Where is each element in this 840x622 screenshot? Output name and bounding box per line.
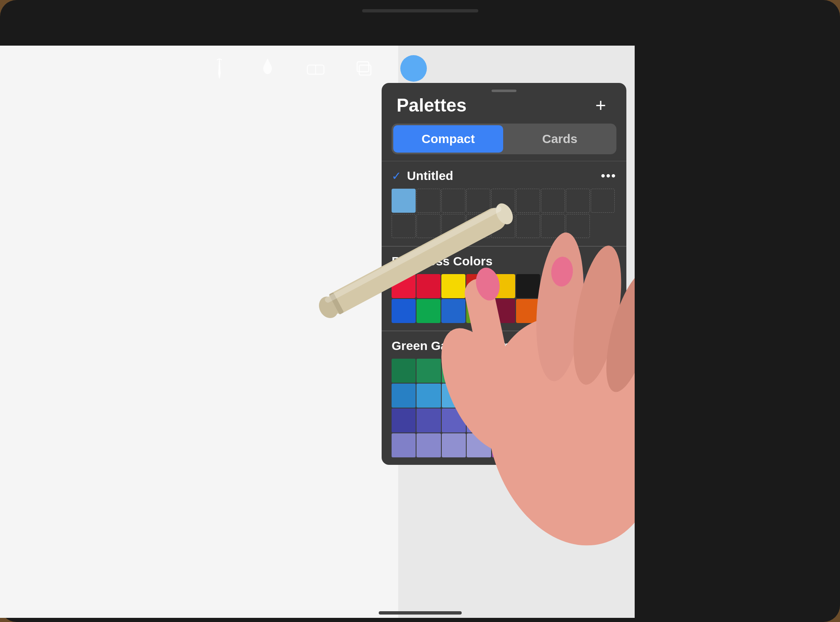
layers-icon[interactable] [352, 57, 375, 80]
swatch-lightgrey[interactable] [566, 299, 590, 323]
galaxy-swatch[interactable] [492, 408, 516, 432]
swatch-empty[interactable] [491, 214, 515, 238]
galaxy-swatch[interactable] [467, 408, 491, 432]
galaxy-swatch[interactable] [542, 433, 566, 457]
bob-ross-palette-name: Bob Ross Colors [392, 254, 492, 268]
galaxy-swatch[interactable] [467, 433, 491, 457]
color-circle-icon[interactable] [400, 55, 427, 82]
galaxy-row-1 [392, 359, 616, 383]
galaxy-swatch[interactable] [442, 359, 466, 383]
swatch-empty[interactable] [416, 214, 441, 238]
cards-tab[interactable]: Cards [505, 125, 615, 153]
swatch-empty[interactable] [516, 189, 540, 213]
swatch-empty[interactable] [441, 189, 465, 213]
swatch-blue[interactable] [392, 189, 416, 213]
galaxy-row-4 [392, 433, 616, 457]
swatch-green1[interactable] [416, 299, 441, 323]
galaxy-swatch[interactable] [392, 433, 416, 457]
canvas-area[interactable] [0, 46, 398, 618]
galaxy-swatch[interactable] [517, 433, 541, 457]
galaxy-swatch[interactable] [416, 359, 441, 383]
untitled-swatches [392, 189, 616, 238]
swatch-green2[interactable] [466, 299, 490, 323]
galaxy-swatch[interactable] [416, 433, 441, 457]
galaxy-swatch[interactable] [517, 384, 541, 408]
smudge-icon[interactable] [256, 57, 279, 80]
galaxy-swatch[interactable] [392, 408, 416, 432]
galaxy-swatch[interactable] [392, 384, 416, 408]
bob-ross-row-2 [392, 299, 616, 323]
galaxy-swatch[interactable] [467, 384, 491, 408]
galaxy-swatch[interactable] [442, 433, 466, 457]
galaxy-swatch[interactable] [492, 384, 516, 408]
palettes-panel: Palettes + Compact Cards ✓ Untitled ••• [382, 83, 626, 465]
galaxy-swatch[interactable] [492, 433, 516, 457]
swatch-empty[interactable] [591, 189, 615, 213]
galaxy-swatch[interactable] [492, 359, 516, 383]
galaxy-swatch[interactable] [416, 408, 441, 432]
swatch-empty[interactable] [466, 214, 490, 238]
galaxy-swatch[interactable] [592, 433, 616, 457]
panel-title: Palettes [397, 95, 467, 116]
bob-ross-row-1 [392, 274, 616, 298]
panel-arrow [593, 83, 608, 84]
swatch-red2[interactable] [416, 274, 441, 298]
eraser-icon[interactable] [304, 57, 327, 80]
swatch-empty[interactable] [516, 214, 540, 238]
swatch-orange[interactable] [516, 299, 540, 323]
green-galaxy-more-button[interactable]: ••• [601, 339, 616, 353]
bob-ross-palette-section: Bob Ross Colors [382, 246, 626, 330]
swatch-empty[interactable] [541, 214, 565, 238]
screen: Palettes + Compact Cards ✓ Untitled ••• [0, 46, 635, 618]
galaxy-swatch[interactable] [567, 384, 591, 408]
galaxy-swatch[interactable] [542, 408, 566, 432]
swatch-blue2[interactable] [441, 299, 465, 323]
swatch-maroon[interactable] [491, 299, 515, 323]
swatch-charcoal[interactable] [566, 274, 590, 298]
galaxy-swatch[interactable] [592, 384, 616, 408]
add-palette-button[interactable]: + [590, 95, 611, 116]
swatch-darkgrey[interactable] [541, 274, 565, 298]
swatch-white[interactable] [541, 299, 565, 323]
compact-tab[interactable]: Compact [393, 125, 503, 153]
swatch-black[interactable] [516, 274, 540, 298]
green-galaxy-palette-name: Green Galaxy Colors Palette [392, 339, 559, 353]
swatch-yellow2[interactable] [491, 274, 515, 298]
swatch-empty[interactable] [491, 189, 515, 213]
swatch-empty[interactable] [466, 189, 490, 213]
galaxy-swatch[interactable] [467, 359, 491, 383]
swatch-empty[interactable] [416, 189, 441, 213]
untitled-palette-name: Untitled [407, 169, 453, 183]
galaxy-row-3 [392, 408, 616, 432]
galaxy-swatch[interactable] [592, 408, 616, 432]
swatch-red3[interactable] [466, 274, 490, 298]
swatch-empty[interactable] [392, 214, 416, 238]
galaxy-swatch[interactable] [567, 433, 591, 457]
galaxy-swatch[interactable] [517, 408, 541, 432]
swatch-empty[interactable] [441, 214, 465, 238]
swatch-empty[interactable] [541, 189, 565, 213]
galaxy-swatch[interactable] [542, 384, 566, 408]
swatch-blue1[interactable] [392, 299, 416, 323]
galaxy-swatch[interactable] [392, 359, 416, 383]
swatch-empty[interactable] [566, 189, 590, 213]
galaxy-swatch[interactable] [592, 359, 616, 383]
untitled-more-button[interactable]: ••• [601, 169, 616, 183]
swatch-empty[interactable] [566, 214, 590, 238]
galaxy-swatch[interactable] [442, 408, 466, 432]
home-bar[interactable] [379, 611, 462, 615]
galaxy-swatch[interactable] [517, 359, 541, 383]
untitled-palette-name-row: ✓ Untitled [392, 169, 453, 183]
brush-icon[interactable] [208, 57, 231, 80]
drag-handle[interactable] [492, 90, 516, 92]
galaxy-swatch[interactable] [567, 359, 591, 383]
panel-header: Palettes + [382, 83, 626, 124]
galaxy-swatch[interactable] [442, 384, 466, 408]
untitled-check-icon: ✓ [392, 169, 401, 183]
galaxy-swatch[interactable] [542, 359, 566, 383]
swatch-yellow1[interactable] [441, 274, 465, 298]
swatch-red1[interactable] [392, 274, 416, 298]
galaxy-swatch[interactable] [567, 408, 591, 432]
bob-ross-header: Bob Ross Colors [392, 254, 616, 268]
galaxy-swatch[interactable] [416, 384, 441, 408]
